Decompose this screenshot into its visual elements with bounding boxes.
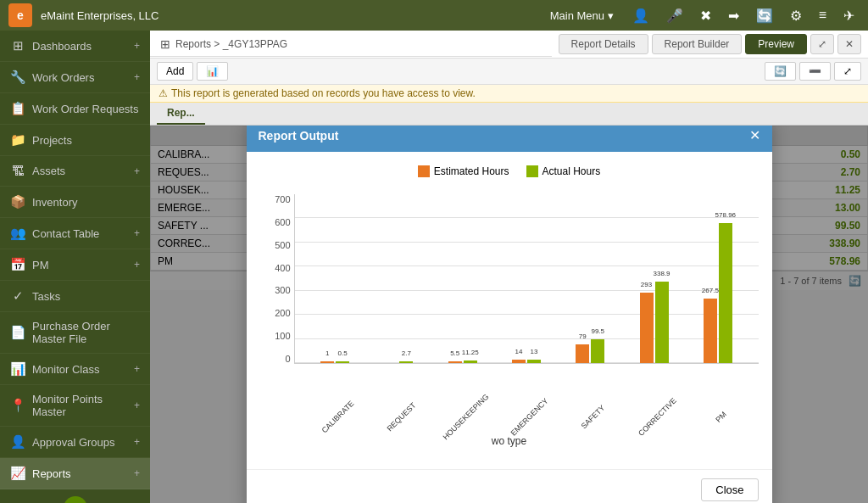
sidebar: ⊞ Dashboards + 🔧 Work Orders + 📋 Work Or… (0, 31, 150, 503)
sidebar-item-monitor-points-master[interactable]: 📍 Monitor Points Master + (0, 385, 150, 427)
tab-preview[interactable]: Preview (745, 34, 807, 54)
sidebar-item-approval-groups[interactable]: 👤 Approval Groups + (0, 427, 150, 458)
close-icon-btn[interactable]: ✖ (695, 6, 716, 25)
sidebar-label-projects: Projects (32, 134, 140, 147)
actual-bar: 99.5 (591, 339, 604, 363)
actual-bar: 13 (527, 360, 541, 363)
main-layout: ⊞ Dashboards + 🔧 Work Orders + 📋 Work Or… (0, 31, 868, 503)
sidebar-item-purchase-order-master-file[interactable]: 📄 Purchase Order Master File (0, 312, 150, 354)
sidebar-green-btn[interactable]: + (64, 496, 87, 503)
bar-pair: 7999.5 (576, 194, 604, 363)
tab-expand[interactable]: ⤢ (810, 34, 834, 54)
legend-item-estimated: Estimated Hours (418, 165, 509, 177)
estimated-bar: 14 (512, 360, 526, 363)
sidebar-item-tasks[interactable]: ✓ Tasks (0, 281, 150, 312)
modal-close-icon[interactable]: ✕ (749, 127, 760, 143)
legend-color-actual (526, 165, 538, 177)
add-button[interactable]: Add (157, 62, 193, 81)
sidebar-item-pm[interactable]: 📅 PM + (0, 249, 150, 281)
chart-icon-btn[interactable]: 📊 (197, 62, 228, 81)
tab-close[interactable]: ✕ (837, 34, 861, 54)
bar-group: 10.5CALIBRATE (303, 194, 367, 363)
dashboards-plus-icon[interactable]: + (134, 40, 140, 52)
forward-icon-btn[interactable]: ➡ (723, 6, 744, 25)
legend-label-actual: Actual Hours (542, 165, 601, 177)
modal-close-button[interactable]: Close (701, 478, 758, 501)
bar-x-label: CALIBRATE (320, 400, 356, 435)
content-area: ⊞ Reports > _4GY13PPAG Report Details Re… (150, 31, 868, 503)
contact-table-plus-icon[interactable]: + (134, 227, 140, 239)
sidebar-label-purchase-order-master-file: Purchase Order Master File (32, 320, 140, 345)
mic-icon-btn[interactable]: 🎤 (661, 6, 688, 25)
y-axis-label: 700 (275, 194, 290, 204)
bar-group: 7999.5SAFETY (559, 194, 622, 363)
sidebar-item-dashboards[interactable]: ⊞ Dashboards + (0, 31, 150, 62)
y-axis-label: 300 (275, 285, 290, 295)
sidebar-item-work-orders[interactable]: 🔧 Work Orders + (0, 62, 150, 93)
sidebar-item-inventory[interactable]: 📦 Inventory (0, 187, 150, 218)
reports-plus-icon[interactable]: + (134, 467, 140, 479)
approval-groups-plus-icon[interactable]: + (134, 436, 140, 448)
actual-bar: 11.25 (464, 360, 477, 363)
bar-pair: 293338.9 (640, 194, 669, 363)
app-logo: e (8, 3, 32, 27)
breadcrumb-path: Reports > _4GY13PPAG (175, 38, 287, 50)
monitor-class-icon: 📊 (10, 361, 25, 377)
bar-x-label: REQUEST (386, 401, 418, 433)
refresh-table-btn[interactable]: 🔄 (765, 62, 796, 81)
breadcrumb-icon: ⊞ (160, 37, 170, 51)
monitor-points-icon: 📍 (10, 398, 25, 413)
tasks-icon: ✓ (10, 288, 25, 304)
chart-area: 10.5CALIBRATE2.7REQUEST5.511.25HOUSEKEEP… (294, 194, 759, 364)
tab-report-builder[interactable]: Report Builder (652, 34, 743, 54)
report-tab-main[interactable]: Rep... (157, 103, 205, 125)
sidebar-bottom: + (0, 489, 150, 503)
main-menu-button[interactable]: Main Menu ▾ (543, 6, 620, 25)
action-tabs: Report Details Report Builder Preview ⤢ … (552, 31, 868, 58)
purchase-order-icon: 📄 (10, 325, 25, 340)
modal-body: Estimated Hours Actual Hours 01002003004… (247, 152, 772, 469)
y-axis-label: 100 (275, 331, 290, 341)
sidebar-item-reports[interactable]: 📈 Reports + (0, 458, 150, 489)
sidebar-item-monitor-class[interactable]: 📊 Monitor Class + (0, 354, 150, 385)
table-area: Qty ▲ CALIBRA...0.50REQUES...2.70HOUSEK.… (150, 126, 868, 503)
menu-icon-btn[interactable]: ≡ (814, 6, 832, 25)
monitor-class-plus-icon[interactable]: + (134, 363, 140, 375)
bar-group: 293338.9CORRECTIVE (622, 194, 686, 363)
pm-plus-icon[interactable]: + (134, 259, 140, 271)
sidebar-label-reports: Reports (32, 467, 134, 480)
work-order-requests-icon: 📋 (10, 101, 25, 116)
settings-icon-btn[interactable]: ⚙ (785, 6, 807, 25)
sidebar-label-assets: Assets (32, 165, 134, 177)
toolbar-row: Add 📊 🔄 ➖ ⤢ (150, 59, 868, 85)
sidebar-label-dashboards: Dashboards (32, 40, 134, 53)
top-navbar: e eMaint Enterprises, LLC Main Menu ▾ 👤 … (0, 0, 868, 31)
bar-x-label: HOUSEKEEPING (441, 393, 490, 442)
chart-x-title: wo type (260, 435, 759, 447)
monitor-points-plus-icon[interactable]: + (134, 400, 140, 411)
reports-icon: 📈 (10, 466, 25, 481)
minimize-btn[interactable]: ➖ (799, 62, 831, 81)
assets-plus-icon[interactable]: + (134, 165, 140, 177)
sidebar-item-projects[interactable]: 📁 Projects (0, 125, 150, 156)
pm-icon: 📅 (10, 257, 25, 272)
sidebar-item-work-order-requests[interactable]: 📋 Work Order Requests (0, 93, 150, 125)
actual-bar: 578.96 (719, 223, 732, 363)
bar-pair: 2.7 (384, 194, 413, 363)
modal-overlay: Report Output ✕ Estimated Hours (150, 126, 868, 503)
user-icon-btn[interactable]: 👤 (627, 6, 654, 25)
sidebar-item-assets[interactable]: 🏗 Assets + (0, 156, 150, 187)
chart-y-axis: 0100200300400500600700 (260, 194, 294, 364)
work-orders-plus-icon[interactable]: + (134, 71, 140, 83)
report-output-modal: Report Output ✕ Estimated Hours (247, 126, 772, 503)
legend-label-estimated: Estimated Hours (434, 165, 509, 177)
warning-bar: ⚠ This report is generated based on reco… (150, 85, 868, 103)
tab-report-details[interactable]: Report Details (559, 34, 648, 54)
sidebar-item-contact-table[interactable]: 👥 Contact Table + (0, 218, 150, 249)
nav-arrow-icon-btn[interactable]: ✈ (838, 6, 860, 25)
bar-x-label: PM (714, 410, 728, 424)
expand-btn[interactable]: ⤢ (834, 62, 861, 81)
bar-x-label: CORRECTIVE (637, 396, 678, 438)
refresh-icon-btn[interactable]: 🔄 (751, 6, 778, 25)
modal-title: Report Output (259, 129, 339, 143)
